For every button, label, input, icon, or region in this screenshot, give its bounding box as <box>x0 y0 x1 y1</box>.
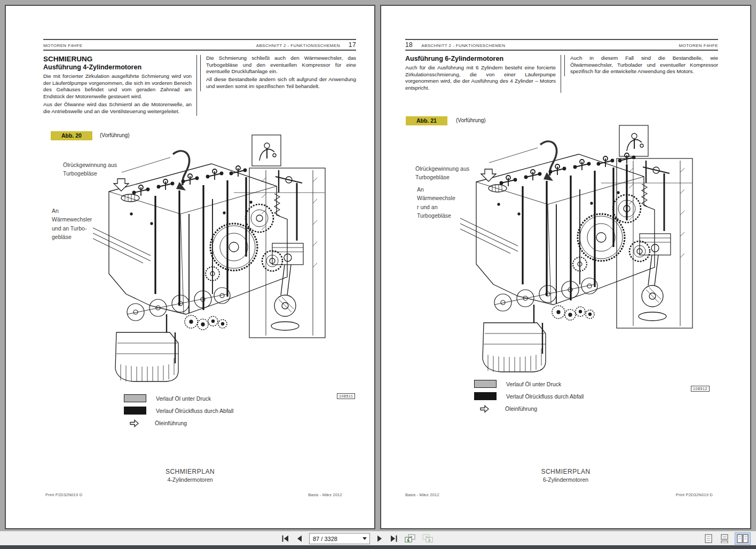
gray-swatch-icon <box>474 380 497 388</box>
last-page-icon[interactable] <box>389 535 399 543</box>
figure-code: 108512 <box>691 386 710 392</box>
page-dropdown-caret-icon[interactable] <box>363 537 367 540</box>
plan-title: SCHMIERPLAN <box>381 468 750 475</box>
subsection-title: Ausführung 4-Zylindermotoren <box>43 63 192 71</box>
paragraph: Aus der Ölwanne wird das Schmieröl an di… <box>43 101 192 115</box>
viewer-toolbar <box>0 531 756 546</box>
header-section-title: ABSCHNITT 2 - FUNKTIONSSCHEMEN <box>256 43 340 48</box>
text-column-2: Auch in diesem Fall sind die Bestandteil… <box>564 55 718 76</box>
text-column-1: Ausführung 6-Zylindermotoren Auch für di… <box>405 55 561 93</box>
document-page-18: 18 ABSCHNITT 2 - FUNKTIONSSCHEMEN MOTORE… <box>380 5 751 529</box>
paragraph: Die Schmierung schließt auch den Wärmewe… <box>206 55 356 75</box>
figure-caption: (Vorführung) <box>456 117 486 123</box>
header-doc-title: MOTOREN F4HFE <box>679 43 718 48</box>
diagram-label-oil-recovery: Ölrückgewinnung aus Turbogebläse <box>63 161 117 178</box>
page-number: 18 <box>405 41 413 49</box>
previous-page-icon[interactable] <box>295 535 304 543</box>
gray-swatch-icon <box>124 394 146 402</box>
pdf-viewer: MOTOREN F4HFE ABSCHNITT 2 - FUNKTIONSSCH… <box>0 0 756 549</box>
footer-print-code: Print P2D32N019 D <box>676 492 713 497</box>
section-title: SCHMIERUNG <box>43 55 192 63</box>
paragraph: Auch für die Ausführung mit 6 Zylindern … <box>405 65 556 92</box>
plan-subtitle: 4-Zylindermotoren <box>6 476 374 483</box>
paragraph: Die mit forcierter Zirkulation ausgeführ… <box>43 73 192 100</box>
page-layout-controls <box>703 532 751 544</box>
diagram-label-heat-exchanger: An Wärmewechsler und an Turbo- gebläse <box>52 206 92 241</box>
single-page-view-icon[interactable] <box>703 532 714 545</box>
subsection-title: Ausführung 6-Zylindermotoren <box>405 55 556 62</box>
footer-edition: Basis - März 2012 <box>308 492 342 497</box>
page-navigation <box>280 533 434 544</box>
next-page-icon[interactable] <box>375 535 384 543</box>
header-rule-bottom <box>405 50 718 51</box>
scrolling-view-icon[interactable] <box>719 532 730 545</box>
header-section-title: ABSCHNITT 2 - FUNKTIONSSCHEMEN <box>421 43 505 48</box>
header-doc-title: MOTOREN F4HFE <box>43 43 83 48</box>
text-column-1: SCHMIERUNG Ausführung 4-Zylindermotoren … <box>43 55 197 116</box>
plan-title-block: SCHMIERPLAN 6-Zylindermotoren <box>381 468 750 483</box>
document-page-17: MOTOREN F4HFE ABSCHNITT 2 - FUNKTIONSSCH… <box>5 5 375 529</box>
legend-item-oil-intro: Öleinführung <box>474 402 584 415</box>
next-view-icon[interactable] <box>421 535 434 543</box>
diagram-legend: Verlauf Öl unter Druck Verlauf Ölrückflu… <box>124 392 233 429</box>
header-rule-top <box>43 39 356 40</box>
engine-lubrication-diagram-6cyl <box>413 124 724 381</box>
page-number-input[interactable] <box>310 536 363 542</box>
diagram-label-oil-recovery: Ölrückgewinnung aus Turbogebläse <box>415 164 469 182</box>
legend-item-oil-return: Verlauf Ölrückfluss durch Abfall <box>474 390 584 402</box>
footer-print-code: Print P2D32N019 D <box>45 492 82 497</box>
page-number: 17 <box>349 41 356 49</box>
legend-item-oil-return: Verlauf Ölrückfluss durch Abfall <box>124 404 233 417</box>
paragraph: All diese Bestandteile ändern sich oft a… <box>206 76 356 90</box>
diagram-legend: Verlauf Öl unter Druck Verlauf Ölrückflu… <box>474 378 584 415</box>
diagram-label-heat-exchanger: An Wärmewechsle r und an Turbogebläse <box>417 185 455 220</box>
window-bottom-edge <box>0 545 756 549</box>
first-page-icon[interactable] <box>280 535 290 543</box>
two-page-view-icon[interactable] <box>735 532 751 545</box>
header-rule-top <box>405 39 718 40</box>
text-columns: SCHMIERUNG Ausführung 4-Zylindermotoren … <box>43 55 356 116</box>
text-columns: Ausführung 6-Zylindermotoren Auch für di… <box>405 55 718 93</box>
previous-view-icon[interactable] <box>404 535 416 543</box>
figure-code: 108511 <box>337 393 355 399</box>
text-column-2: Die Schmierung schließt auch den Wärmewe… <box>200 55 356 91</box>
plan-subtitle: 6-Zylindermotoren <box>381 476 750 483</box>
black-swatch-icon <box>124 407 146 415</box>
header-rule-bottom <box>43 50 356 51</box>
legend-item-oil-pressure: Verlauf Öl unter Druck <box>124 392 233 404</box>
plan-title-block: SCHMIERPLAN 4-Zylindermotoren <box>6 468 374 483</box>
hollow-arrow-icon <box>124 419 145 427</box>
paragraph: Auch in diesem Fall sind die Bestandteil… <box>570 55 718 75</box>
page-number-box <box>309 533 370 544</box>
hollow-arrow-icon <box>474 405 495 413</box>
legend-item-oil-pressure: Verlauf Öl unter Druck <box>474 378 584 390</box>
legend-item-oil-intro: Öleinführung <box>124 417 233 429</box>
page-header: 18 ABSCHNITT 2 - FUNKTIONSSCHEMEN MOTORE… <box>405 41 718 49</box>
black-swatch-icon <box>474 392 497 400</box>
page-header: MOTOREN F4HFE ABSCHNITT 2 - FUNKTIONSSCH… <box>43 41 356 49</box>
footer-edition: Basis - März 2012 <box>405 492 439 497</box>
plan-title: SCHMIERPLAN <box>6 468 374 475</box>
